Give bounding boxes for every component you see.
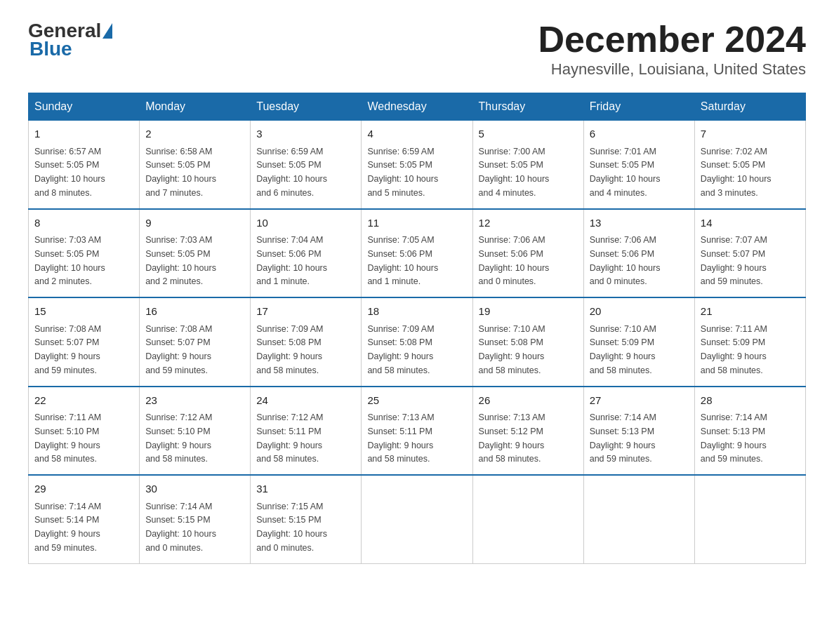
day-info: Sunrise: 7:09 AM Sunset: 5:08 PM Dayligh… [256,324,323,375]
day-header-monday: Monday [140,93,251,121]
calendar-cell: 24Sunrise: 7:12 AM Sunset: 5:11 PM Dayli… [251,387,362,476]
day-info: Sunrise: 6:57 AM Sunset: 5:05 PM Dayligh… [34,147,105,198]
day-info: Sunrise: 6:59 AM Sunset: 5:05 PM Dayligh… [256,147,327,198]
day-number: 18 [367,304,466,320]
day-number: 11 [367,215,466,232]
calendar-cell [362,475,472,563]
calendar-week-row: 15Sunrise: 7:08 AM Sunset: 5:07 PM Dayli… [29,297,806,387]
calendar-cell: 2Sunrise: 6:58 AM Sunset: 5:05 PM Daylig… [140,121,251,209]
calendar-cell: 9Sunrise: 7:03 AM Sunset: 5:05 PM Daylig… [140,209,251,298]
day-number: 24 [256,393,355,409]
day-number: 22 [34,393,133,409]
day-info: Sunrise: 7:08 AM Sunset: 5:07 PM Dayligh… [145,324,212,375]
calendar-cell: 16Sunrise: 7:08 AM Sunset: 5:07 PM Dayli… [140,297,251,387]
day-number: 13 [590,215,689,232]
day-number: 26 [479,393,578,409]
calendar-cell: 31Sunrise: 7:15 AM Sunset: 5:15 PM Dayli… [251,475,362,563]
calendar-cell: 23Sunrise: 7:12 AM Sunset: 5:10 PM Dayli… [140,387,251,476]
day-number: 30 [145,481,244,497]
calendar-cell: 20Sunrise: 7:10 AM Sunset: 5:09 PM Dayli… [583,297,694,387]
day-info: Sunrise: 7:14 AM Sunset: 5:15 PM Dayligh… [145,502,216,553]
calendar-cell: 14Sunrise: 7:07 AM Sunset: 5:07 PM Dayli… [694,209,805,298]
day-header-thursday: Thursday [472,93,583,121]
day-header-saturday: Saturday [694,93,805,121]
day-info: Sunrise: 6:59 AM Sunset: 5:05 PM Dayligh… [367,147,438,198]
calendar-cell: 10Sunrise: 7:04 AM Sunset: 5:06 PM Dayli… [251,209,362,298]
calendar-cell [694,475,805,563]
day-info: Sunrise: 7:04 AM Sunset: 5:06 PM Dayligh… [256,235,327,286]
calendar-week-row: 8Sunrise: 7:03 AM Sunset: 5:05 PM Daylig… [29,209,806,298]
calendar-cell: 19Sunrise: 7:10 AM Sunset: 5:08 PM Dayli… [472,297,583,387]
day-info: Sunrise: 7:00 AM Sunset: 5:05 PM Dayligh… [479,147,550,198]
calendar-cell: 15Sunrise: 7:08 AM Sunset: 5:07 PM Dayli… [29,297,140,387]
day-number: 9 [145,215,244,232]
day-info: Sunrise: 7:14 AM Sunset: 5:13 PM Dayligh… [590,412,656,464]
day-number: 16 [145,304,244,320]
calendar-cell: 21Sunrise: 7:11 AM Sunset: 5:09 PM Dayli… [694,297,805,387]
day-number: 2 [145,126,244,142]
day-number: 12 [479,215,578,232]
calendar-cell: 7Sunrise: 7:02 AM Sunset: 5:05 PM Daylig… [694,121,805,209]
calendar-cell: 11Sunrise: 7:05 AM Sunset: 5:06 PM Dayli… [362,209,472,298]
day-info: Sunrise: 7:06 AM Sunset: 5:06 PM Dayligh… [479,235,550,286]
location-title: Haynesville, Louisiana, United States [538,60,806,79]
calendar-cell: 6Sunrise: 7:01 AM Sunset: 5:05 PM Daylig… [583,121,694,209]
day-info: Sunrise: 7:03 AM Sunset: 5:05 PM Dayligh… [145,235,216,286]
calendar-cell: 3Sunrise: 6:59 AM Sunset: 5:05 PM Daylig… [251,121,362,209]
calendar-week-row: 1Sunrise: 6:57 AM Sunset: 5:05 PM Daylig… [29,121,806,209]
logo-blue-text: Blue [29,38,72,60]
calendar-cell: 13Sunrise: 7:06 AM Sunset: 5:06 PM Dayli… [583,209,694,298]
day-info: Sunrise: 7:11 AM Sunset: 5:10 PM Dayligh… [34,412,101,464]
month-title: December 2024 [538,21,806,58]
day-number: 20 [590,304,689,320]
day-info: Sunrise: 7:10 AM Sunset: 5:09 PM Dayligh… [590,324,656,375]
day-number: 4 [367,126,466,142]
title-block: December 2024 Haynesville, Louisiana, Un… [538,21,806,79]
day-info: Sunrise: 7:05 AM Sunset: 5:06 PM Dayligh… [367,235,438,286]
calendar-cell: 28Sunrise: 7:14 AM Sunset: 5:13 PM Dayli… [694,387,805,476]
day-header-tuesday: Tuesday [251,93,362,121]
day-number: 7 [701,126,800,142]
calendar-table: SundayMondayTuesdayWednesdayThursdayFrid… [28,93,806,564]
page-header: General Blue December 2024 Haynesville, … [28,21,806,79]
day-info: Sunrise: 7:02 AM Sunset: 5:05 PM Dayligh… [701,147,772,198]
day-number: 3 [256,126,355,142]
calendar-cell: 22Sunrise: 7:11 AM Sunset: 5:10 PM Dayli… [29,387,140,476]
calendar-cell: 1Sunrise: 6:57 AM Sunset: 5:05 PM Daylig… [29,121,140,209]
day-info: Sunrise: 7:15 AM Sunset: 5:15 PM Dayligh… [256,502,327,553]
calendar-cell: 5Sunrise: 7:00 AM Sunset: 5:05 PM Daylig… [472,121,583,209]
day-info: Sunrise: 7:12 AM Sunset: 5:10 PM Dayligh… [145,412,212,464]
calendar-cell: 8Sunrise: 7:03 AM Sunset: 5:05 PM Daylig… [29,209,140,298]
day-number: 1 [34,126,133,142]
calendar-cell: 27Sunrise: 7:14 AM Sunset: 5:13 PM Dayli… [583,387,694,476]
day-info: Sunrise: 6:58 AM Sunset: 5:05 PM Dayligh… [145,147,216,198]
calendar-cell: 4Sunrise: 6:59 AM Sunset: 5:05 PM Daylig… [362,121,472,209]
day-number: 14 [701,215,800,232]
day-number: 6 [590,126,689,142]
calendar-cell [472,475,583,563]
day-number: 21 [701,304,800,320]
calendar-cell: 12Sunrise: 7:06 AM Sunset: 5:06 PM Dayli… [472,209,583,298]
day-info: Sunrise: 7:14 AM Sunset: 5:14 PM Dayligh… [34,502,101,553]
day-header-sunday: Sunday [29,93,140,121]
day-number: 17 [256,304,355,320]
day-info: Sunrise: 7:13 AM Sunset: 5:11 PM Dayligh… [367,412,434,464]
calendar-cell: 30Sunrise: 7:14 AM Sunset: 5:15 PM Dayli… [140,475,251,563]
day-info: Sunrise: 7:01 AM Sunset: 5:05 PM Dayligh… [590,147,661,198]
calendar-cell: 29Sunrise: 7:14 AM Sunset: 5:14 PM Dayli… [29,475,140,563]
day-info: Sunrise: 7:11 AM Sunset: 5:09 PM Dayligh… [701,324,767,375]
day-info: Sunrise: 7:08 AM Sunset: 5:07 PM Dayligh… [34,324,101,375]
day-number: 19 [479,304,578,320]
day-number: 29 [34,481,133,497]
day-number: 15 [34,304,133,320]
calendar-week-row: 22Sunrise: 7:11 AM Sunset: 5:10 PM Dayli… [29,387,806,476]
day-header-friday: Friday [583,93,694,121]
day-number: 5 [479,126,578,142]
calendar-cell: 18Sunrise: 7:09 AM Sunset: 5:08 PM Dayli… [362,297,472,387]
day-info: Sunrise: 7:07 AM Sunset: 5:07 PM Dayligh… [701,235,767,286]
calendar-cell: 17Sunrise: 7:09 AM Sunset: 5:08 PM Dayli… [251,297,362,387]
calendar-header-row: SundayMondayTuesdayWednesdayThursdayFrid… [29,93,806,121]
day-number: 10 [256,215,355,232]
day-info: Sunrise: 7:03 AM Sunset: 5:05 PM Dayligh… [34,235,105,286]
day-number: 27 [590,393,689,409]
